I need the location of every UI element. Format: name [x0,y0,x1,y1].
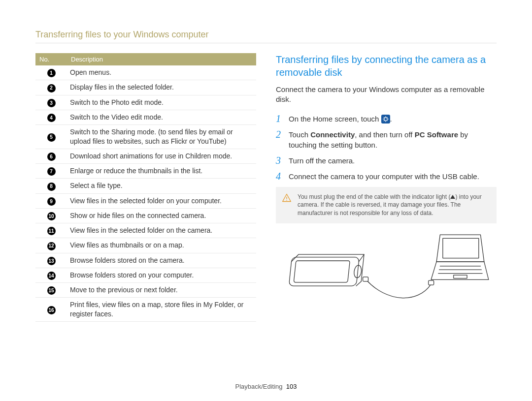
circled-number-icon: 5 [47,133,56,142]
table-row: 14Browse folders stored on your computer… [35,268,256,282]
row-number-cell: 4 [35,110,67,124]
table-row: 6Download short animations for use in Ch… [35,149,256,163]
step-text: Connect the camera to your computer with… [289,171,479,182]
step-bold: Connectivity [310,130,355,139]
row-number-cell: 7 [35,164,67,179]
table-row: 7Enlarge or reduce the thumbnails in the… [35,164,256,179]
circled-number-icon: 2 [47,84,56,93]
circled-number-icon: 8 [47,183,56,191]
circled-number-icon: 4 [47,114,56,122]
svg-rect-10 [443,238,479,258]
section-intro: Connect the camera to your Windows compu… [276,85,497,105]
table-row: 4Switch to the Video edit mode. [35,110,256,124]
svg-rect-6 [294,261,350,282]
row-description: Switch to the Video edit mode. [67,110,256,124]
step-number: 3 [276,155,284,166]
circled-number-icon: 9 [47,197,56,206]
table-row: 5Switch to the Sharing mode. (to send fi… [35,125,256,149]
step-text: , and then turn off [355,130,414,139]
home-gear-icon [381,115,390,123]
table-row: 16Print files, view files on a map, stor… [35,298,256,322]
camera-laptop-illustration [276,230,497,308]
row-number-cell: 14 [35,268,67,282]
table-row: 11View files in the selected folder on t… [35,223,256,238]
table-row: 2Display files in the selected folder. [35,80,256,95]
circled-number-icon: 11 [47,227,56,235]
row-description: View files in the selected folder on you… [67,193,256,208]
row-number-cell: 16 [35,298,67,322]
svg-rect-14 [454,275,467,278]
row-description: Select a file type. [67,179,256,193]
description-table: No. Description 1Open menus.2Display fil… [35,53,256,322]
svg-rect-9 [429,280,434,285]
step-number: 4 [276,171,284,182]
table-row: 8Select a file type. [35,179,256,193]
table-header-description: Description [67,53,256,65]
row-number-cell: 3 [35,95,67,110]
circled-number-icon: 12 [47,242,56,250]
circled-number-icon: 16 [47,306,56,314]
svg-rect-8 [363,277,368,281]
row-description: Browse folders stored on the camera. [67,253,256,268]
step-3: 3 Turn off the camera. [276,155,497,166]
warning-icon [282,193,292,203]
row-number-cell: 15 [35,283,67,298]
step-1: 1 On the Home screen, touch . [276,114,497,124]
circled-number-icon: 6 [47,153,56,161]
row-number-cell: 8 [35,179,67,193]
circled-number-icon: 15 [47,286,56,295]
table-row: 10Show or hide files on the connected ca… [35,208,256,223]
steps-list: 1 On the Home screen, touch . 2 Touch Co… [276,114,497,182]
table-row: 1Open menus. [35,65,256,80]
step-bold: PC Software [415,130,458,139]
table-row: 12View files as thumbnails or on a map. [35,238,256,253]
row-description: View files in the selected folder on the… [67,223,256,238]
row-number-cell: 10 [35,208,67,223]
table-header-no: No. [35,53,67,65]
footer-page-number: 103 [286,383,297,390]
table-row: 9View files in the selected folder on yo… [35,193,256,208]
caution-note: You must plug the end of the cable with … [276,187,497,223]
row-description: View files as thumbnails or on a map. [67,238,256,253]
row-number-cell: 11 [35,223,67,238]
breadcrumb: Transferring files to your Windows compu… [35,30,497,43]
row-description: Move to the previous or next folder. [67,283,256,298]
row-description: Print files, view files on a map, store … [67,298,256,322]
row-description: Browse folders stored on your computer. [67,268,256,282]
step-number: 1 [276,114,284,124]
row-description: Enlarge or reduce the thumbnails in the … [67,164,256,179]
row-description: Show or hide files on the connected came… [67,208,256,223]
row-number-cell: 13 [35,253,67,268]
row-description: Switch to the Photo edit mode. [67,95,256,110]
table-row: 13Browse folders stored on the camera. [35,253,256,268]
row-number-cell: 5 [35,125,67,149]
svg-line-5 [356,281,361,286]
right-column: Transferring files by connecting the cam… [276,53,497,322]
step-text: On the Home screen, touch [289,115,381,123]
table-row: 15Move to the previous or next folder. [35,283,256,298]
step-text: Turn off the camera. [289,155,355,166]
step-number: 2 [276,129,284,150]
circled-number-icon: 7 [47,167,56,176]
circled-number-icon: 3 [47,99,56,107]
circled-number-icon: 10 [47,212,56,220]
note-text: You must plug the end of the cable with … [298,193,450,200]
row-number-cell: 12 [35,238,67,253]
section-title: Transferring files by connecting the cam… [276,53,497,79]
circled-number-icon: 14 [47,272,56,280]
circled-number-icon: 13 [47,257,56,265]
step-text: Touch [289,130,310,139]
svg-point-2 [286,200,287,201]
table-row: 3Switch to the Photo edit mode. [35,95,256,110]
page-footer: Playback/Editing 103 [0,383,532,390]
circled-number-icon: 1 [47,69,56,77]
row-description: Open menus. [67,65,256,80]
row-description: Display files in the selected folder. [67,80,256,95]
step-text: . [390,115,392,123]
row-description: Switch to the Sharing mode. (to send fil… [67,125,256,149]
row-number-cell: 6 [35,149,67,163]
left-column: No. Description 1Open menus.2Display fil… [35,53,256,322]
step-2: 2 Touch Connectivity, and then turn off … [276,129,497,150]
row-number-cell: 1 [35,65,67,80]
row-number-cell: 2 [35,80,67,95]
